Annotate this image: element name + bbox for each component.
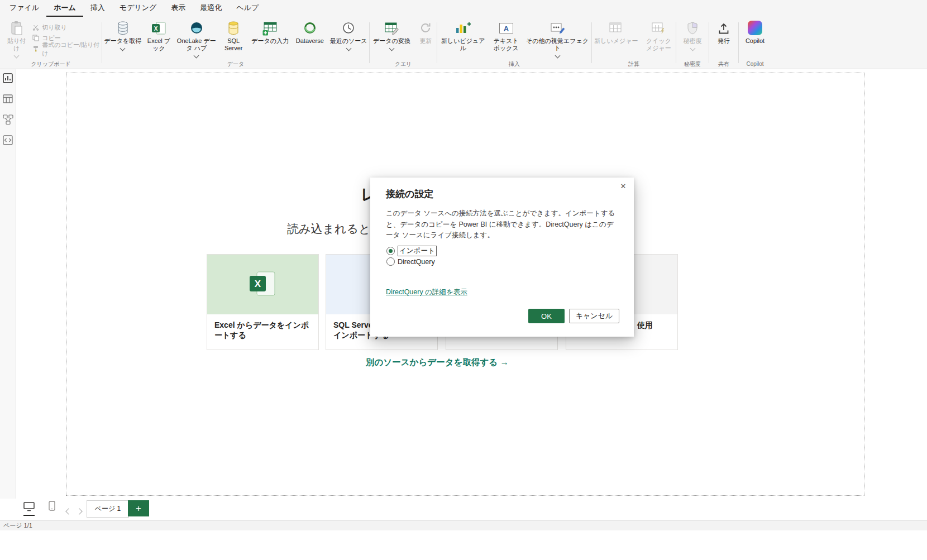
new-measure-button[interactable]: 新しいメジャー (592, 18, 641, 46)
quick-measure-button[interactable]: クイック メジャー (642, 18, 676, 53)
radio-import[interactable]: インポート (386, 246, 437, 256)
chevron-right-icon (76, 508, 82, 514)
onelake-hub-button[interactable]: OneLake データ ハブ (174, 18, 219, 59)
report-view-icon (3, 73, 13, 85)
enter-data-label: データの入力 (251, 37, 289, 45)
ribbon-group-copilot: Copilot Copilot (739, 17, 771, 69)
format-painter-button[interactable]: 書式のコピー/貼り付け (31, 44, 102, 54)
menu-help[interactable]: ヘルプ (229, 0, 266, 17)
excel-icon: X (151, 20, 166, 36)
view-sidebar (0, 69, 16, 503)
chevron-down-icon (194, 53, 199, 59)
ribbon-group-sensitivity: 秘密度 秘密度 (676, 17, 709, 69)
group-label-clipboard: クリップボード (0, 60, 102, 69)
menu-view[interactable]: 表示 (164, 0, 193, 17)
chevron-down-icon (14, 53, 20, 59)
paste-label: 貼り付け (5, 37, 28, 52)
connection-settings-dialog: ✕ 接続の設定 このデータ ソースへの接続方法を選ぶことができます。インポートす… (370, 178, 634, 337)
more-visuals-button[interactable]: その他の視覚エフェクト (523, 18, 591, 59)
chevron-down-icon (120, 46, 126, 51)
radio-directquery-label: DirectQuery (398, 258, 435, 266)
sql-server-button[interactable]: SQL Server (220, 18, 247, 53)
sensitivity-button[interactable]: 秘密度 (678, 18, 707, 51)
directquery-details-link[interactable]: DirectQuery の詳細を表示 (386, 288, 467, 297)
ribbon-group-query: データの変換 更新 クエリ (370, 17, 437, 69)
report-view-button[interactable] (2, 74, 13, 85)
publish-button[interactable]: 発行 (711, 18, 737, 46)
enter-data-icon (262, 20, 278, 36)
cut-button[interactable]: 切り取り (31, 22, 102, 33)
page-tab-label: ページ 1 (95, 504, 121, 514)
get-data-other-sources-link[interactable]: 別のソースからデータを取得する → (366, 357, 509, 368)
menu-home[interactable]: ホーム (46, 0, 83, 17)
copilot-button-label: Copilot (746, 37, 764, 45)
new-visual-button[interactable]: 新しいビジュアル (437, 18, 489, 53)
status-bar: ページ 1/1 (0, 520, 927, 530)
paste-button[interactable]: 貼り付け (3, 18, 30, 59)
sensitivity-label: 秘密度 (684, 37, 702, 45)
format-painter-label: 書式のコピー/貼り付け (42, 41, 100, 58)
more-visuals-label: その他の視覚エフェクト (525, 37, 590, 52)
mobile-view-button[interactable] (49, 501, 55, 514)
dataverse-icon (303, 20, 317, 36)
transform-data-button[interactable]: データの変換 (370, 18, 414, 51)
desktop-view-icon (23, 504, 35, 513)
menu-insert[interactable]: 挿入 (83, 0, 112, 17)
refresh-button[interactable]: 更新 (415, 18, 437, 46)
menu-optimize[interactable]: 最適化 (193, 0, 229, 17)
ribbon-group-insert: 新しいビジュアル A テキスト ボックス その他の視覚エフェクト 挿入 (437, 17, 591, 69)
mobile-view-icon (49, 504, 55, 513)
new-measure-icon (609, 20, 623, 36)
chevron-down-icon (690, 46, 695, 51)
desktop-view-button[interactable] (23, 502, 35, 516)
add-page-button[interactable]: + (128, 500, 149, 516)
copilot-icon (748, 20, 762, 36)
format-painter-icon (32, 45, 39, 53)
text-box-label: テキスト ボックス (492, 37, 521, 52)
welcome-subtext-fragment: 読み込まれると (287, 221, 370, 237)
text-box-button[interactable]: A テキスト ボックス (490, 18, 523, 53)
dialog-title: 接続の設定 (386, 188, 433, 200)
radio-directquery[interactable]: DirectQuery (386, 257, 435, 266)
page-tab[interactable]: ページ 1 (87, 500, 129, 518)
publish-label: 発行 (718, 37, 730, 45)
dax-query-view-icon (3, 135, 13, 147)
table-view-button[interactable] (2, 94, 13, 106)
new-visual-icon (455, 20, 471, 36)
chevron-down-icon (346, 46, 351, 51)
menu-file[interactable]: ファイル (2, 0, 46, 17)
svg-text:X: X (154, 25, 158, 31)
excel-workbook-button[interactable]: X Excel ブック (145, 18, 173, 53)
sql-server-icon (227, 20, 240, 36)
ok-button[interactable]: OK (528, 309, 565, 323)
radio-import-label: インポート (398, 246, 437, 256)
more-visuals-icon (550, 20, 565, 36)
onelake-hub-label: OneLake データ ハブ (176, 37, 217, 52)
cancel-button[interactable]: キャンセル (569, 309, 619, 323)
transform-data-icon (384, 20, 399, 36)
close-icon[interactable]: ✕ (617, 180, 629, 193)
group-label-share: 共有 (709, 60, 738, 69)
recent-sources-button[interactable]: 最近のソース (328, 18, 369, 51)
group-label-copilot: Copilot (739, 60, 771, 69)
refresh-label: 更新 (419, 37, 432, 45)
scissors-icon (32, 24, 39, 32)
next-page-button[interactable] (77, 506, 82, 516)
database-icon (116, 20, 130, 36)
menu-modeling[interactable]: モデリング (112, 0, 164, 17)
excel-logo-icon: X (250, 271, 276, 299)
group-label-sensitivity: 秘密度 (676, 60, 709, 69)
ribbon-group-clipboard: 貼り付け 切り取り コピー 書式のコピー/貼り付け クリップボード (0, 17, 102, 69)
card-import-excel[interactable]: X Excel からデータをインポートする (207, 254, 319, 350)
card-excel-banner: X (207, 255, 318, 314)
get-data-button[interactable]: データを取得 (102, 18, 144, 51)
copilot-button[interactable]: Copilot (739, 18, 771, 46)
dax-query-view-button[interactable] (2, 136, 13, 147)
menu-bar: ファイル ホーム 挿入 モデリング 表示 最適化 ヘルプ (0, 0, 927, 17)
enter-data-button[interactable]: データの入力 (249, 18, 292, 46)
dataverse-button[interactable]: Dataverse (293, 18, 327, 46)
get-data-label: データを取得 (104, 37, 142, 45)
chevron-left-icon (65, 508, 71, 514)
prev-page-button[interactable] (66, 506, 71, 516)
model-view-button[interactable] (2, 115, 13, 126)
